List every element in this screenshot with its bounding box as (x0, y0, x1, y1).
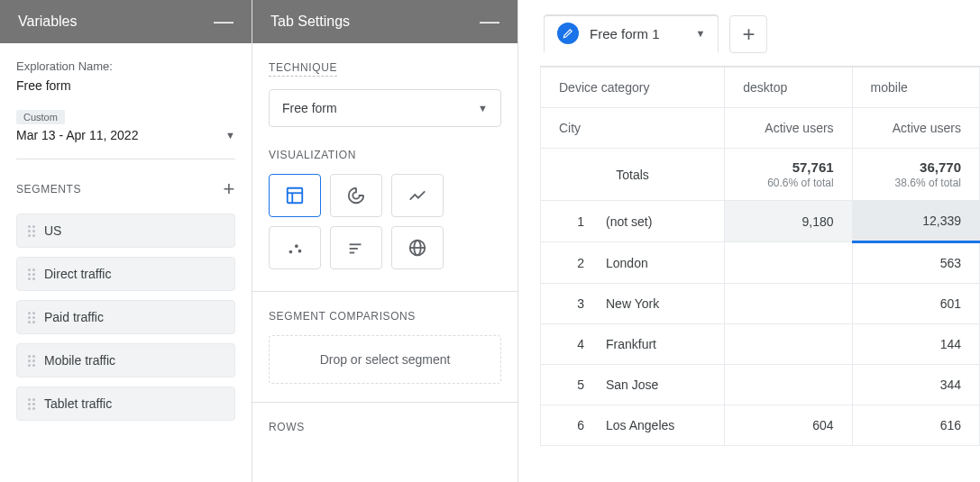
metric-header-desktop[interactable]: Active users (725, 108, 852, 149)
donut-chart-icon (346, 186, 366, 205)
rows-label: ROWS (269, 421, 501, 433)
segment-drop-zone[interactable]: Drop or select segment (269, 335, 501, 384)
table-row[interactable]: 1(not set)9,18012,339 (541, 201, 980, 242)
desktop-cell[interactable]: 9,180 (725, 201, 852, 242)
edit-icon (557, 23, 579, 44)
segment-label: Direct traffic (44, 267, 111, 281)
segment-label: Tablet traffic (44, 396, 112, 411)
variables-title: Variables (18, 14, 78, 30)
row-dimension-cell: 6Los Angeles (541, 405, 725, 446)
segments-label: SEGMENTS (16, 183, 81, 196)
drag-handle-icon (28, 355, 35, 367)
chevron-down-icon: ▼ (696, 28, 706, 39)
column-header-desktop[interactable]: desktop (725, 68, 852, 108)
drag-handle-icon (28, 312, 35, 323)
report-table: Device category desktop mobile City Acti… (540, 66, 980, 446)
viz-scatter-button[interactable] (269, 226, 321, 269)
tab-name: Free form 1 (590, 26, 660, 41)
segment-label: US (44, 223, 61, 238)
viz-donut-button[interactable] (330, 174, 382, 217)
bar-chart-icon (346, 238, 366, 258)
table-row[interactable]: 5San Jose344 (541, 365, 980, 405)
technique-value: Free form (282, 101, 337, 115)
segment-label: Mobile traffic (44, 353, 115, 368)
viz-table-button[interactable] (269, 174, 321, 217)
segments-section-title: SEGMENTS + (16, 177, 235, 201)
visualization-label: VISUALIZATION (269, 149, 501, 161)
tab-settings-title: Tab Settings (270, 14, 350, 30)
column-header-mobile[interactable]: mobile (852, 68, 979, 108)
segment-chip[interactable]: US (16, 214, 235, 248)
collapse-settings-button[interactable]: — (480, 10, 499, 33)
exploration-name-value[interactable]: Free form (16, 78, 235, 93)
technique-select[interactable]: Free form ▼ (269, 89, 501, 127)
desktop-cell[interactable] (725, 324, 852, 365)
row-dimension-cell: 3New York (541, 284, 725, 324)
viz-geo-button[interactable] (391, 226, 444, 269)
svg-rect-0 (288, 188, 303, 204)
totals-desktop: 57,761 60.6% of total (725, 149, 852, 201)
line-chart-icon (408, 186, 427, 205)
report-area: Free form 1 ▼ + Device category desktop … (518, 0, 980, 482)
table-row[interactable]: 6Los Angeles604616 (541, 405, 980, 446)
segment-label: Paid traffic (44, 310, 104, 324)
chevron-down-icon: ▼ (225, 130, 235, 141)
totals-row: Totals 57,761 60.6% of total 36,770 38.6… (541, 149, 980, 201)
totals-label: Totals (541, 149, 725, 201)
desktop-cell[interactable] (725, 365, 852, 405)
svg-point-3 (289, 250, 293, 254)
mobile-cell[interactable]: 344 (852, 365, 979, 405)
table-icon (285, 186, 305, 205)
row-dimension-cell: 4Frankfurt (541, 324, 725, 365)
add-tab-button[interactable]: + (729, 15, 767, 53)
drag-handle-icon (28, 268, 35, 280)
row-dimension-cell: 1(not set) (541, 201, 725, 242)
globe-icon (408, 238, 427, 258)
totals-mobile: 36,770 38.6% of total (852, 149, 979, 201)
svg-point-4 (295, 244, 298, 248)
segment-chip[interactable]: Paid traffic (16, 300, 235, 334)
row-dimension-cell: 5San Jose (541, 365, 725, 405)
mobile-cell[interactable]: 144 (852, 324, 979, 365)
tab-settings-panel: Tab Settings — TECHNIQUE Free form ▼ VIS… (252, 0, 518, 482)
chevron-down-icon: ▼ (478, 103, 488, 114)
tab-settings-header: Tab Settings — (252, 0, 517, 43)
date-range-chip: Custom (16, 110, 65, 124)
viz-bar-button[interactable] (330, 226, 382, 269)
desktop-cell[interactable] (725, 284, 852, 324)
segment-chip[interactable]: Mobile traffic (16, 343, 235, 377)
report-tab[interactable]: Free form 1 ▼ (544, 14, 719, 53)
drag-handle-icon (28, 225, 35, 237)
variables-panel: Variables — Exploration Name: Free form … (0, 0, 252, 482)
table-row[interactable]: 3New York601 (541, 284, 980, 324)
collapse-variables-button[interactable]: — (214, 10, 234, 33)
add-segment-button[interactable]: + (224, 177, 235, 201)
table-row[interactable]: 4Frankfurt144 (541, 324, 980, 365)
desktop-cell[interactable] (725, 242, 852, 284)
mobile-cell[interactable]: 616 (852, 405, 979, 446)
row-dimension-cell: 2London (541, 242, 725, 284)
exploration-name-label: Exploration Name: (16, 59, 235, 73)
segment-chip[interactable]: Tablet traffic (16, 387, 235, 421)
metric-header-mobile[interactable]: Active users (852, 108, 979, 149)
svg-point-5 (298, 250, 302, 253)
scatter-icon (285, 238, 305, 258)
date-range-selector[interactable]: Mar 13 - Apr 11, 2022 ▼ (16, 128, 235, 159)
dimension-header-1: Device category (541, 68, 725, 108)
viz-line-button[interactable] (391, 174, 444, 217)
variables-header: Variables — (0, 0, 252, 43)
mobile-cell[interactable]: 601 (852, 284, 979, 324)
segment-chip[interactable]: Direct traffic (16, 257, 235, 291)
drag-handle-icon (28, 398, 35, 410)
dimension-header-2: City (541, 108, 725, 149)
segment-comparisons-label: SEGMENT COMPARISONS (269, 310, 501, 323)
technique-label: TECHNIQUE (269, 61, 337, 77)
mobile-cell[interactable]: 12,339 (852, 201, 979, 242)
date-range-text: Mar 13 - Apr 11, 2022 (16, 128, 138, 142)
table-row[interactable]: 2London563 (541, 242, 980, 284)
desktop-cell[interactable]: 604 (725, 405, 852, 446)
mobile-cell[interactable]: 563 (852, 242, 979, 284)
